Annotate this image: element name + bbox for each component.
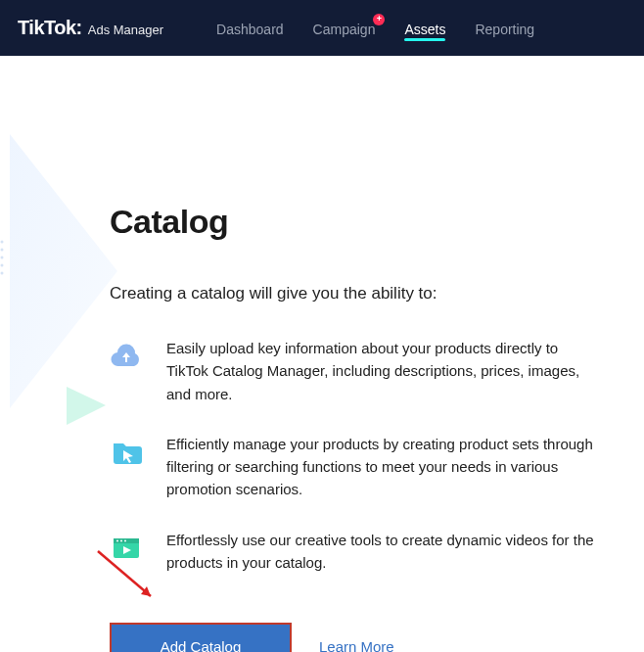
nav-label: Reporting: [475, 22, 534, 37]
feature-text: Effortlessly use our creative tools to c…: [166, 529, 597, 575]
learn-more-link[interactable]: Learn More: [319, 638, 394, 652]
add-catalog-button[interactable]: Add Catalog: [110, 623, 292, 652]
feature-video: Effortlessly use our creative tools to c…: [110, 529, 597, 575]
plus-badge: +: [373, 14, 385, 25]
content: Catalog Creating a catalog will give you…: [0, 56, 644, 652]
top-nav: TikTok: Ads Manager Dashboard Campaign+ …: [0, 0, 644, 56]
intro-text: Creating a catalog will give you the abi…: [110, 284, 597, 303]
page-body: Catalog Creating a catalog will give you…: [0, 56, 644, 652]
cloud-upload-icon: [110, 339, 143, 372]
feature-upload: Easily upload key information about your…: [110, 337, 597, 405]
nav-items: Dashboard Campaign+ Assets Reporting: [216, 4, 534, 53]
brand-sub: Ads Manager: [88, 23, 163, 37]
video-play-icon: [110, 531, 143, 564]
brand: TikTok: Ads Manager: [18, 17, 163, 39]
feature-text: Efficiently manage your products by crea…: [166, 433, 597, 501]
svg-point-19: [124, 539, 126, 541]
feature-text: Easily upload key information about your…: [166, 337, 597, 405]
feature-list: Easily upload key information about your…: [110, 337, 597, 574]
nav-label: Campaign: [313, 22, 376, 37]
svg-point-18: [120, 539, 122, 541]
nav-item-reporting[interactable]: Reporting: [475, 4, 534, 53]
page-title: Catalog: [110, 203, 597, 241]
nav-label: Assets: [404, 22, 445, 37]
action-row: Add Catalog Learn More: [110, 623, 597, 652]
nav-item-campaign[interactable]: Campaign+: [313, 4, 376, 53]
nav-item-assets[interactable]: Assets: [404, 4, 445, 53]
feature-manage: Efficiently manage your products by crea…: [110, 433, 597, 501]
nav-label: Dashboard: [216, 22, 284, 37]
folder-pointer-icon: [110, 435, 143, 468]
nav-item-dashboard[interactable]: Dashboard: [216, 4, 284, 53]
svg-point-17: [116, 539, 118, 541]
brand-logo: TikTok:: [18, 17, 82, 39]
